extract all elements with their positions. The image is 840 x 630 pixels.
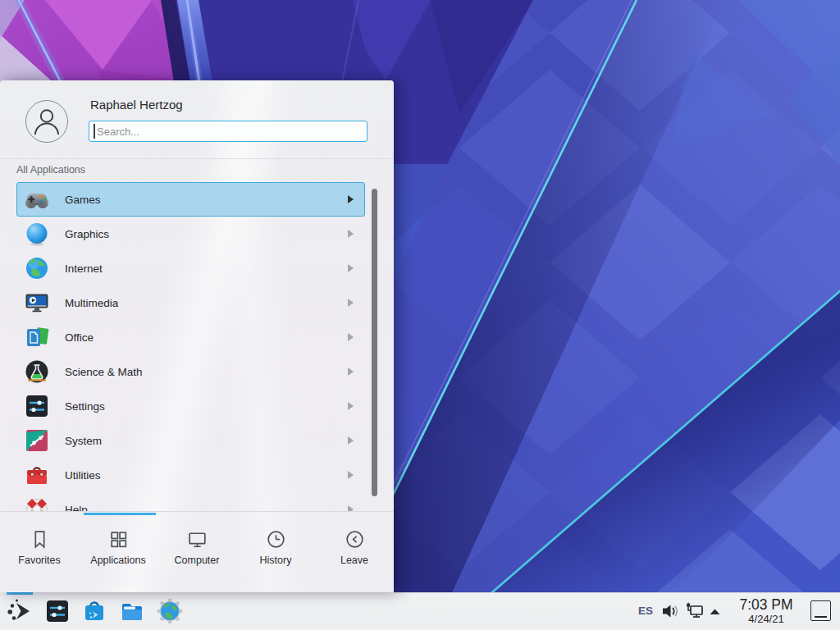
- submenu-arrow-icon: [347, 333, 354, 341]
- category-label: Games: [65, 194, 101, 206]
- category-row-settings[interactable]: Settings: [16, 389, 365, 423]
- tab-label: Computer: [175, 555, 220, 566]
- user-name: Raphael Hertzog: [90, 98, 183, 112]
- tab-label: History: [260, 555, 292, 566]
- application-launcher-menu: Raphael Hertzog All Applications Games: [0, 80, 394, 592]
- favorites-icon: [29, 528, 51, 550]
- category-label: Multimedia: [65, 297, 118, 309]
- tab-label: Applications: [90, 555, 145, 566]
- category-row-games[interactable]: Games: [16, 182, 365, 217]
- submenu-arrow-icon: [347, 471, 354, 479]
- tab-history[interactable]: History: [236, 512, 315, 592]
- text-caret: [94, 124, 95, 139]
- category-row-system[interactable]: System: [16, 423, 365, 458]
- category-label: System: [65, 435, 102, 447]
- launcher-tabbar: Favorites Applications Computer History: [0, 511, 394, 592]
- office-icon: [24, 324, 50, 350]
- help-icon: [24, 496, 50, 511]
- tab-favorites[interactable]: Favorites: [0, 512, 79, 592]
- user-icon: [26, 101, 67, 142]
- submenu-arrow-icon: [347, 505, 354, 511]
- category-row-office[interactable]: Office: [16, 320, 365, 354]
- submenu-arrow-icon: [347, 368, 354, 376]
- header-divider: [0, 158, 394, 159]
- keyboard-layout-indicator[interactable]: ES: [638, 592, 653, 630]
- user-avatar[interactable]: [25, 100, 68, 143]
- submenu-arrow-icon: [347, 264, 354, 272]
- taskbar-top-border: [394, 592, 840, 593]
- clock-date: 4/24/21: [727, 613, 806, 625]
- submenu-arrow-icon: [347, 402, 354, 410]
- system-icon: [24, 427, 50, 454]
- clock-time: 7:03 PM: [727, 596, 806, 613]
- submenu-arrow-icon: [347, 230, 354, 238]
- dolphin-folder-icon[interactable]: [119, 598, 145, 624]
- taskbar: ES 7:03 PM 4/24/21: [0, 592, 840, 630]
- submenu-arrow-icon: [347, 195, 354, 203]
- category-label: Settings: [65, 400, 105, 413]
- tab-computer[interactable]: Computer: [158, 512, 236, 592]
- category-row-graphics[interactable]: Graphics: [16, 217, 365, 251]
- category-row-help[interactable]: Help: [16, 492, 365, 511]
- launcher-active-indicator: [7, 592, 33, 595]
- games-icon: [24, 186, 50, 212]
- section-label: All Applications: [16, 164, 85, 176]
- category-label: Office: [65, 331, 94, 344]
- globe-browser-icon[interactable]: [157, 598, 183, 624]
- system-settings-icon[interactable]: [44, 598, 71, 624]
- settings-icon: [24, 393, 50, 419]
- tab-label: Favorites: [18, 555, 60, 566]
- show-desktop-button[interactable]: [810, 600, 831, 621]
- history-icon: [265, 528, 287, 550]
- active-tab-indicator: [84, 513, 156, 515]
- applications-icon: [107, 528, 130, 550]
- tab-leave[interactable]: Leave: [315, 512, 394, 592]
- category-label: Utilities: [65, 469, 101, 482]
- category-label: Internet: [65, 262, 103, 275]
- discover-icon[interactable]: [81, 598, 107, 624]
- category-label: Help: [65, 504, 88, 512]
- volume-icon[interactable]: [661, 602, 680, 620]
- search-input[interactable]: [89, 121, 368, 142]
- network-icon[interactable]: [686, 602, 705, 620]
- submenu-arrow-icon: [347, 436, 354, 445]
- kickoff-icon[interactable]: [7, 598, 33, 624]
- category-row-science-math[interactable]: Science & Math: [16, 354, 365, 389]
- graphics-icon: [24, 221, 50, 247]
- category-label: Science & Math: [65, 366, 143, 378]
- multimedia-icon: [24, 290, 50, 316]
- category-row-utilities[interactable]: Utilities: [16, 458, 365, 492]
- submenu-arrow-icon: [347, 299, 354, 307]
- category-row-multimedia[interactable]: Multimedia: [16, 285, 365, 320]
- category-list: Games Graphics Internet: [0, 182, 394, 511]
- computer-icon: [186, 528, 208, 550]
- science-icon: [24, 358, 50, 385]
- utilities-icon: [24, 462, 50, 488]
- internet-icon: [24, 255, 50, 281]
- expand-tray-icon[interactable]: [709, 608, 721, 615]
- category-label: Graphics: [65, 228, 109, 240]
- digital-clock[interactable]: 7:03 PM 4/24/21: [727, 596, 806, 625]
- leave-icon: [344, 528, 366, 550]
- tab-label: Leave: [340, 555, 368, 566]
- list-scrollbar[interactable]: [372, 189, 377, 496]
- tab-applications[interactable]: Applications: [79, 512, 158, 592]
- category-row-internet[interactable]: Internet: [16, 251, 365, 285]
